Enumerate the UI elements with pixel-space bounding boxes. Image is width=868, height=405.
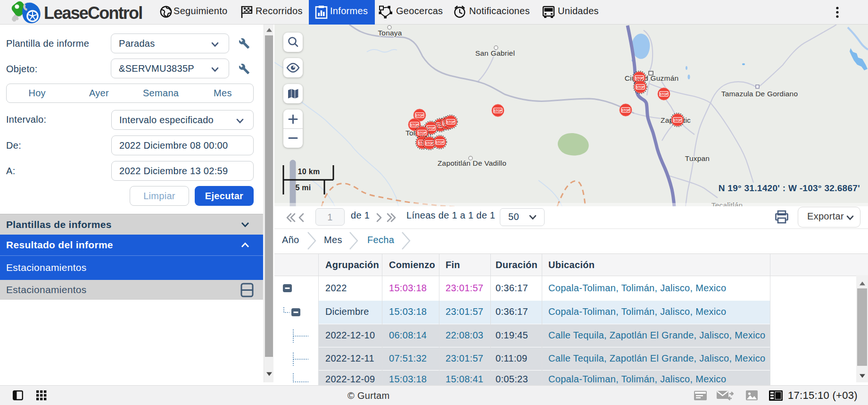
svg-text:San Gabriel: San Gabriel <box>475 49 515 57</box>
svg-text:5 mi: 5 mi <box>295 184 311 192</box>
svg-text:Tamazula De Gordiano: Tamazula De Gordiano <box>721 90 798 98</box>
svg-text:Tuxpan: Tuxpan <box>685 154 710 162</box>
svg-text:Ciudad Guzmán: Ciudad Guzmán <box>625 74 679 82</box>
svg-text:N 19° 31.1420' : W -103° 32.68: N 19° 31.1420' : W -103° 32.6867' <box>719 183 860 193</box>
svg-text:Tonaya: Tonaya <box>378 29 402 37</box>
svg-text:10 km: 10 km <box>298 168 320 176</box>
svg-text:Zapotitlán De Vadillo: Zapotitlán De Vadillo <box>438 159 506 167</box>
